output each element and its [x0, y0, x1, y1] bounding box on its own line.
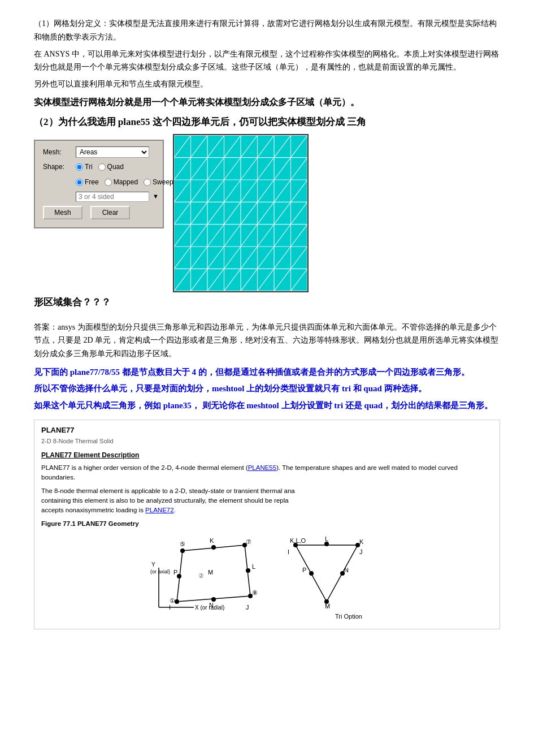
free-label: Free: [85, 177, 99, 188]
svg-text:K,L,O: K,L,O: [290, 537, 306, 544]
plane77-subtitle: 2-D 8-Node Thermal Solid: [41, 437, 493, 447]
svg-point-86: [211, 597, 216, 602]
bold-paragraph: 实体模型进行网格划分就是用一个个单元将实体模型划分成众多子区域（单元）。: [34, 94, 500, 110]
svg-text:K: K: [359, 538, 364, 545]
svg-text:Tri Option: Tri Option: [335, 613, 362, 620]
svg-point-84: [211, 545, 216, 550]
svg-text:P: P: [173, 569, 177, 576]
mesh-type-row: Free Mapped Sweep: [43, 177, 155, 188]
svg-text:M: M: [325, 603, 330, 610]
answer-section: 答案：ansys 为面模型的划分只提供三角形单元和四边形单元，为体单元只提供四面…: [34, 321, 500, 361]
svg-text:J: J: [359, 548, 363, 555]
heading-2: （2）为什么我选用 plane55 这个四边形单元后，仍可以把实体模型划分成 三…: [34, 114, 500, 129]
shape-tri-label: Tri: [85, 162, 93, 172]
plane77-heading: PLANE77 Element Description: [41, 450, 493, 461]
free-radio[interactable]: [76, 179, 83, 186]
free-option[interactable]: Free: [76, 177, 99, 188]
plane77-title: PLANE77: [41, 425, 493, 437]
svg-text:L: L: [325, 535, 328, 542]
mesh-dialog: Mesh: Areas Shape: Tri: [34, 140, 164, 228]
svg-text:⑦: ⑦: [246, 538, 251, 545]
svg-text:I: I: [288, 548, 289, 555]
svg-text:L: L: [252, 563, 255, 570]
heading-2-suffix: 形区域集合？？？: [34, 295, 500, 310]
svg-point-100: [175, 600, 179, 603]
svg-text:P: P: [302, 567, 306, 573]
svg-point-85: [246, 568, 250, 573]
sweep-label: Sweep: [153, 177, 173, 188]
shape-label: Shape:: [43, 162, 72, 172]
mapped-label: Mapped: [114, 177, 138, 188]
svg-text:⑤: ⑤: [180, 541, 185, 547]
button-row: Mesh Clear: [43, 206, 155, 219]
blue-paragraph-3: 如果这个单元只构成三角形，例如 plane35， 则无论你在 meshtool …: [34, 399, 500, 413]
clear-button[interactable]: Clear: [90, 206, 130, 219]
shape-tri-option[interactable]: Tri: [76, 162, 93, 172]
mesh-select[interactable]: Areas: [76, 146, 149, 158]
shape-quad-option[interactable]: Quad: [98, 162, 124, 172]
dropdown-arrow[interactable]: ▼: [153, 192, 159, 202]
svg-point-107: [309, 571, 314, 576]
sweep-radio[interactable]: [144, 179, 151, 186]
svg-text:(or axial): (or axial): [150, 569, 170, 574]
svg-text:M: M: [208, 569, 213, 576]
svg-point-105: [324, 542, 329, 546]
plane77-figure-label: Figure 77.1 PLANE77 Geometry: [41, 519, 493, 529]
mesh-label: Mesh:: [43, 147, 72, 158]
mapped-radio[interactable]: [105, 179, 112, 186]
svg-marker-101: [296, 545, 358, 602]
svg-text:Y: Y: [151, 561, 155, 568]
plane77-body2: The 8-node thermal element is applicable…: [41, 486, 493, 516]
mesh-visualization: [173, 134, 309, 292]
plane77-geometry-svg: Y (or axial) X (or radial) ⑤ K ⑦ L: [149, 534, 386, 624]
svg-point-80: [180, 548, 185, 553]
sweep-option[interactable]: Sweep: [144, 177, 173, 188]
shape-quad-radio[interactable]: [98, 163, 106, 171]
svg-text:N: N: [209, 602, 214, 608]
plane77-figure: Y (or axial) X (or radial) ⑤ K ⑦ L: [41, 534, 493, 624]
input-row: ▼: [43, 192, 155, 202]
svg-text:I: I: [169, 604, 171, 611]
page-content: （1）网格划分定义：实体模型是无法直接用来进行有限元计算得，故需对它进行网格划分…: [34, 17, 500, 629]
shape-radio-group: Tri Quad: [76, 162, 124, 172]
plane72-link[interactable]: PLANE72: [145, 507, 174, 513]
svg-text:⑧: ⑧: [252, 589, 258, 596]
paragraph-3: 另外也可以直接利用单元和节点生成有限元模型。: [34, 77, 500, 91]
heading-image-row: （2）为什么我选用 plane55 这个四边形单元后，仍可以把实体模型划分成 三…: [34, 112, 500, 314]
shape-quad-label: Quad: [107, 162, 124, 172]
svg-text:J: J: [246, 604, 249, 611]
plane77-body1: PLANE77 is a higher order version of the…: [41, 463, 493, 483]
svg-text:②: ②: [198, 572, 204, 579]
mesh-button[interactable]: Mesh: [43, 206, 83, 219]
plane55-link[interactable]: PLANE55: [248, 464, 277, 471]
svg-text:①: ①: [170, 597, 175, 604]
shape-tri-radio[interactable]: [76, 163, 83, 171]
answer-paragraph-1: 答案：ansys 为面模型的划分只提供三角形单元和四边形单元，为体单元只提供四面…: [34, 321, 500, 361]
blue-paragraph-2: 所以不管你选择什么单元，只要是对面的划分，meshtool 上的划分类型设置就只…: [34, 382, 500, 396]
shape-row: Shape: Tri Quad: [43, 162, 155, 172]
svg-text:N: N: [344, 567, 349, 573]
mapped-option[interactable]: Mapped: [105, 177, 138, 188]
paragraph-1: （1）网格划分定义：实体模型是无法直接用来进行有限元计算得，故需对它进行网格划分…: [34, 17, 500, 44]
svg-marker-79: [177, 545, 250, 602]
mesh-svg: [174, 135, 307, 291]
heading-and-answer: （2）为什么我选用 plane55 这个四边形单元后，仍可以把实体模型划分成 三…: [34, 112, 500, 314]
mesh-type-group: Free Mapped Sweep: [76, 177, 173, 188]
sided-input[interactable]: [76, 192, 149, 202]
blue-paragraph-1: 见下面的 plane77/78/55 都是节点数目大于 4 的，但都是通过各种插…: [34, 365, 500, 380]
plane77-section: PLANE77 2-D 8-Node Thermal Solid PLANE77…: [34, 420, 500, 629]
svg-text:K: K: [210, 537, 214, 544]
paragraph-2: 在 ANSYS 中，可以用单元来对实体模型进行划分，以产生有限元模型，这个过程称…: [34, 47, 500, 75]
mesh-row: Mesh: Areas: [43, 146, 155, 158]
